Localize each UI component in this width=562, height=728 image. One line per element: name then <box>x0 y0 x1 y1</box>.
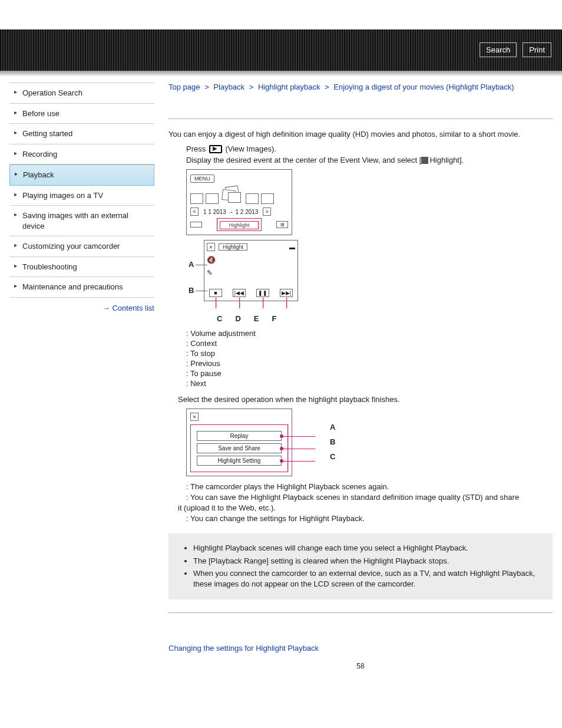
sidebar-item-maintenance[interactable]: Maintenance and precautions <box>9 277 154 298</box>
step-3: Select the desired operation when the hi… <box>178 395 553 404</box>
close-icon: × <box>207 243 215 251</box>
label-a: A <box>330 423 335 431</box>
pause-icon: ❚❚ <box>256 289 269 297</box>
divider <box>168 118 553 119</box>
highlight-button: Highlight <box>220 221 258 229</box>
label-c: C <box>330 452 335 461</box>
next-icon: > <box>263 207 271 216</box>
highlight-icon <box>421 157 428 164</box>
note-item: The [Playback Range] setting is cleared … <box>193 556 543 566</box>
stop-icon: ■ <box>209 289 222 297</box>
page-number: 58 <box>168 662 553 670</box>
note-item: Highlight Playback scenes will change ea… <box>193 543 543 554</box>
label-b: B <box>189 286 194 295</box>
option-highlight-setting: Highlight Setting <box>197 456 282 466</box>
divider <box>168 612 553 613</box>
label-a: A <box>189 260 194 269</box>
search-button[interactable]: Search <box>480 42 517 57</box>
figure-finish-options: × Replay Save and Share Highlight Settin… <box>186 409 553 476</box>
contents-list-link[interactable]: →Contents list <box>9 304 154 312</box>
notes-box: Highlight Playback scenes will change ea… <box>168 533 553 599</box>
sidebar-item-operation-search[interactable]: Operation Search <box>9 83 154 104</box>
sidebar-item-saving-images[interactable]: Saving images with an external device <box>9 206 154 236</box>
highlight-badge: Highlight <box>219 243 247 251</box>
context-icon: ✎ <box>207 269 213 277</box>
view-images-icon <box>209 145 222 153</box>
step-2: Display the desired event at the center … <box>186 156 553 164</box>
prev-icon: < <box>190 207 199 216</box>
sidebar-item-customizing[interactable]: Customizing your camcorder <box>9 236 154 257</box>
label-e: E <box>254 314 259 323</box>
sidebar: Operation Search Before use Getting star… <box>9 83 154 312</box>
sidebar-item-playing-tv[interactable]: Playing images on a TV <box>9 186 154 206</box>
breadcrumb-highlight[interactable]: Highlight playback <box>258 83 320 91</box>
control-definitions: : Volume adjustment : Context : To stop … <box>186 329 553 388</box>
date-range: 1 1 2013 → 1 2 2013 <box>203 209 258 215</box>
arrow-right-icon: → <box>102 304 110 312</box>
speaker-icon: 🔇 <box>207 256 216 264</box>
print-button[interactable]: Print <box>523 42 551 57</box>
note-item: When you connect the camcorder to an ext… <box>193 568 543 589</box>
label-c: C <box>217 314 222 323</box>
sidebar-item-before-use[interactable]: Before use <box>9 104 154 124</box>
breadcrumb-top[interactable]: Top page <box>168 83 200 91</box>
thumb-nav-icon: ⊞ <box>276 221 288 228</box>
option-explanations: : The camcorder plays the Highlight Play… <box>178 482 553 523</box>
contents-list-label: Contents list <box>112 304 154 312</box>
figure-event-view: MENU < 1 1 2013 → 1 <box>186 169 553 235</box>
top-bar: Search Print <box>0 29 562 71</box>
menu-label: MENU <box>190 174 214 183</box>
battery-icon <box>190 222 202 228</box>
option-replay: Replay <box>197 431 282 441</box>
sidebar-item-getting-started[interactable]: Getting started <box>9 124 154 144</box>
breadcrumb-playback[interactable]: Playback <box>213 83 244 91</box>
label-f: F <box>272 314 276 323</box>
step-1: Press (View Images). <box>186 144 553 153</box>
close-icon: × <box>190 413 199 421</box>
breadcrumb: Top page > Playback > Highlight playback… <box>168 83 553 91</box>
sidebar-item-playback[interactable]: Playback <box>9 164 154 186</box>
label-b: B <box>330 437 335 446</box>
link-change-settings[interactable]: Changing the settings for Highlight Play… <box>168 644 319 653</box>
figure-playback-controls: A B × Highlight ▬ 🔇 ✎ ■ <box>186 240 553 323</box>
sidebar-item-recording[interactable]: Recording <box>9 144 154 165</box>
breadcrumb-current[interactable]: Enjoying a digest of your movies (Highli… <box>333 83 514 91</box>
intro-text: You can enjoy a digest of high definitio… <box>168 130 553 139</box>
sidebar-item-troubleshooting[interactable]: Troubleshooting <box>9 257 154 278</box>
main-content: Top page > Playback > Highlight playback… <box>168 83 553 670</box>
label-d: D <box>235 314 240 323</box>
previous-icon: |◀◀ <box>233 289 246 297</box>
next-icon: ▶▶| <box>280 289 293 297</box>
option-save-share: Save and Share <box>197 443 282 453</box>
